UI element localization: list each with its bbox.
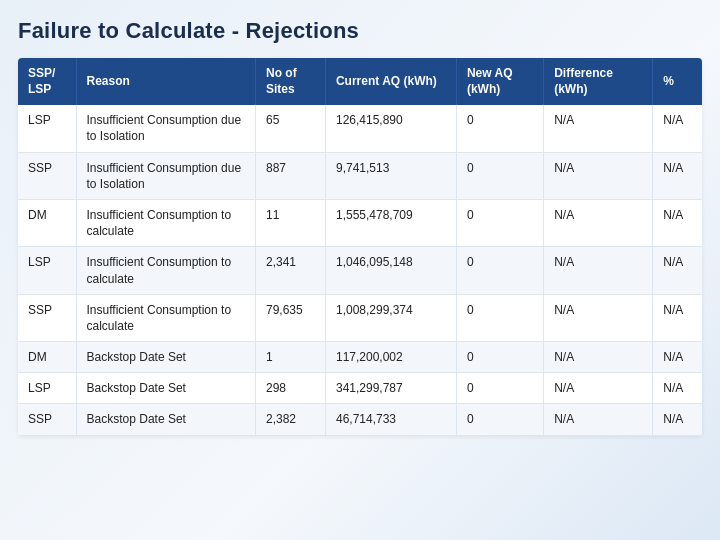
cell-difference: N/A (544, 294, 653, 341)
cell-new-aq: 0 (456, 199, 543, 246)
cell-ssp-lsp: SSP (18, 294, 76, 341)
cell-new-aq: 0 (456, 152, 543, 199)
cell-reason: Insufficient Consumption due to Isolatio… (76, 105, 255, 152)
cell-difference: N/A (544, 152, 653, 199)
cell-no-of-sites: 887 (255, 152, 325, 199)
rejections-table: SSP/LSP Reason No of Sites Current AQ (k… (18, 58, 702, 436)
cell-pct: N/A (653, 152, 702, 199)
cell-new-aq: 0 (456, 294, 543, 341)
cell-no-of-sites: 1 (255, 342, 325, 373)
table-row: SSPInsufficient Consumption to calculate… (18, 294, 702, 341)
cell-pct: N/A (653, 247, 702, 294)
cell-current-aq: 46,714,733 (325, 404, 456, 435)
cell-reason: Insufficient Consumption due to Isolatio… (76, 152, 255, 199)
col-header-pct: % (653, 58, 702, 105)
cell-new-aq: 0 (456, 342, 543, 373)
cell-pct: N/A (653, 294, 702, 341)
cell-reason: Backstop Date Set (76, 373, 255, 404)
col-header-reason: Reason (76, 58, 255, 105)
col-header-difference: Difference (kWh) (544, 58, 653, 105)
cell-reason: Insufficient Consumption to calculate (76, 247, 255, 294)
table-row: SSPBackstop Date Set2,38246,714,7330N/AN… (18, 404, 702, 435)
cell-ssp-lsp: LSP (18, 373, 76, 404)
cell-current-aq: 9,741,513 (325, 152, 456, 199)
page-title: Failure to Calculate - Rejections (18, 18, 702, 44)
cell-current-aq: 341,299,787 (325, 373, 456, 404)
col-header-sites: No of Sites (255, 58, 325, 105)
cell-new-aq: 0 (456, 404, 543, 435)
cell-no-of-sites: 2,341 (255, 247, 325, 294)
cell-ssp-lsp: LSP (18, 105, 76, 152)
cell-no-of-sites: 79,635 (255, 294, 325, 341)
cell-pct: N/A (653, 105, 702, 152)
table-body: LSPInsufficient Consumption due to Isola… (18, 105, 702, 435)
cell-pct: N/A (653, 342, 702, 373)
cell-current-aq: 1,555,478,709 (325, 199, 456, 246)
table-row: DMBackstop Date Set1117,200,0020N/AN/A (18, 342, 702, 373)
cell-reason: Insufficient Consumption to calculate (76, 294, 255, 341)
cell-no-of-sites: 298 (255, 373, 325, 404)
cell-ssp-lsp: SSP (18, 404, 76, 435)
cell-current-aq: 1,008,299,374 (325, 294, 456, 341)
cell-no-of-sites: 2,382 (255, 404, 325, 435)
cell-no-of-sites: 65 (255, 105, 325, 152)
table-row: LSPBackstop Date Set298341,299,7870N/AN/… (18, 373, 702, 404)
cell-new-aq: 0 (456, 105, 543, 152)
cell-reason: Backstop Date Set (76, 342, 255, 373)
cell-pct: N/A (653, 199, 702, 246)
table-row: SSPInsufficient Consumption due to Isola… (18, 152, 702, 199)
page: Failure to Calculate - Rejections SSP/LS… (0, 0, 720, 540)
table-header-row: SSP/LSP Reason No of Sites Current AQ (k… (18, 58, 702, 105)
cell-current-aq: 1,046,095,148 (325, 247, 456, 294)
col-header-ssp: SSP/LSP (18, 58, 76, 105)
cell-current-aq: 117,200,002 (325, 342, 456, 373)
cell-difference: N/A (544, 342, 653, 373)
table-row: LSPInsufficient Consumption due to Isola… (18, 105, 702, 152)
cell-ssp-lsp: DM (18, 342, 76, 373)
cell-reason: Insufficient Consumption to calculate (76, 199, 255, 246)
cell-pct: N/A (653, 404, 702, 435)
cell-ssp-lsp: LSP (18, 247, 76, 294)
col-header-current-aq: Current AQ (kWh) (325, 58, 456, 105)
cell-difference: N/A (544, 105, 653, 152)
cell-new-aq: 0 (456, 247, 543, 294)
table-row: DMInsufficient Consumption to calculate1… (18, 199, 702, 246)
cell-no-of-sites: 11 (255, 199, 325, 246)
cell-ssp-lsp: DM (18, 199, 76, 246)
cell-difference: N/A (544, 404, 653, 435)
table-row: LSPInsufficient Consumption to calculate… (18, 247, 702, 294)
cell-current-aq: 126,415,890 (325, 105, 456, 152)
cell-difference: N/A (544, 373, 653, 404)
cell-reason: Backstop Date Set (76, 404, 255, 435)
cell-difference: N/A (544, 199, 653, 246)
cell-pct: N/A (653, 373, 702, 404)
cell-new-aq: 0 (456, 373, 543, 404)
cell-ssp-lsp: SSP (18, 152, 76, 199)
cell-difference: N/A (544, 247, 653, 294)
col-header-new-aq: New AQ (kWh) (456, 58, 543, 105)
